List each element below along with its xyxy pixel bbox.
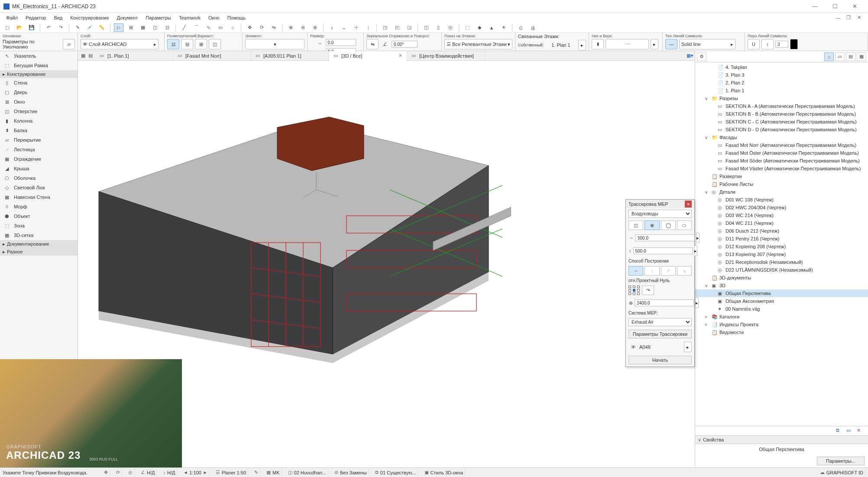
nav-layout-icon[interactable]: ▤ xyxy=(846,52,855,61)
view-tab[interactable]: ▭[1. Plan 1] xyxy=(95,51,173,61)
sb-repl-icon[interactable]: ⊘ xyxy=(334,470,338,475)
width-input[interactable] xyxy=(326,39,356,46)
navigator-tree[interactable]: 📄4. Takplan📄3. Plan 3📄2. Plan 2📄1. Plan … xyxy=(695,62,868,426)
tool-marquee[interactable]: ⬚Бегущая Рамка xyxy=(0,61,78,70)
mep-w-more[interactable]: ▸ xyxy=(696,233,700,243)
nav-item[interactable]: ◎D06 Dusch 212 (Чертеж) xyxy=(695,227,868,235)
nav-publisher-icon[interactable]: ▦ xyxy=(857,52,866,61)
nav-item[interactable]: ▭SEKTION C - C (Автоматически Перестраив… xyxy=(695,118,868,126)
layer-combo[interactable]: 👁 Слой ARCHICAD ▸ xyxy=(81,39,159,49)
mep-shape4[interactable]: ⬭ xyxy=(677,221,692,230)
ruler-icon[interactable]: 📏 xyxy=(97,23,107,32)
nav-item[interactable]: 📋3D-документы xyxy=(695,274,868,282)
menu-window[interactable]: Окно xyxy=(205,14,223,21)
nav-item[interactable]: 📄4. Takplan xyxy=(695,63,868,71)
edge-icon[interactable]: ⟊ xyxy=(363,23,373,32)
nav-item[interactable]: ◎D01 WC 108 (Чертеж) xyxy=(695,196,868,204)
nav-item[interactable]: 📋Ведомости xyxy=(695,328,868,336)
mirror-btn[interactable]: ⇋ xyxy=(366,39,379,49)
print-icon[interactable]: ⎙ xyxy=(516,23,525,32)
mep-width[interactable] xyxy=(635,234,695,241)
view-tab[interactable]: ▭[A305:011 Plan 1] xyxy=(251,51,329,61)
trace-icon[interactable]: ⊡ xyxy=(162,23,172,32)
ltype-combo[interactable]: Solid line ▸ xyxy=(679,39,735,49)
sb-style-icon[interactable]: ▣ xyxy=(424,470,429,475)
tool-Навесная Стена[interactable]: ▦Навесная Стена xyxy=(0,192,78,202)
pick-icon[interactable]: ✎ xyxy=(73,23,82,32)
anchor-grid[interactable] xyxy=(628,286,641,295)
3d-cube-icon[interactable]: ◳ xyxy=(380,23,390,32)
nav-item[interactable]: 📄3. Plan 3 xyxy=(695,71,868,79)
undo-icon[interactable]: ↶ xyxy=(44,23,53,32)
properties-button[interactable]: Параметры... xyxy=(817,457,865,465)
mep-dir-dr[interactable]: ↘ xyxy=(677,266,692,276)
tb-more[interactable]: ▸ xyxy=(651,39,658,49)
nav-item[interactable]: 📋Развертки xyxy=(695,172,868,180)
nav-item[interactable]: ◎D02 HWC 204/304 (Чертеж) xyxy=(695,204,868,211)
nav-item[interactable]: ▭Fasad Mot Väster (Автоматически Перестр… xyxy=(695,165,868,172)
menu-min-icon[interactable]: — xyxy=(834,14,842,21)
tool-Крыша[interactable]: ◢Крыша xyxy=(0,164,78,173)
nav-item[interactable]: 📄2. Plan 2 xyxy=(695,79,868,87)
element-icon[interactable]: ▱ xyxy=(63,39,75,49)
tool-Стена[interactable]: ▯Стена xyxy=(0,78,78,88)
detail-icon[interactable]: ◎ xyxy=(446,23,455,32)
mep-eye-icon[interactable]: 👁 xyxy=(628,343,638,351)
sb-icon3[interactable]: ◎ xyxy=(128,470,133,475)
sb-story-icon[interactable]: ◫ xyxy=(288,470,292,475)
viewaxo-icon[interactable]: ◆ xyxy=(475,23,484,32)
mep-flip-icon[interactable]: ↷ xyxy=(642,286,654,295)
mep-h-more[interactable]: ▸ xyxy=(694,246,697,256)
tool-Перекрытие[interactable]: ▱Перекрытие xyxy=(0,135,78,145)
snap-icon[interactable]: ⊞ xyxy=(126,23,136,32)
tool-Зона[interactable]: ⬚Зона xyxy=(0,221,78,230)
mep-trace-params[interactable]: Параметры Трассировки xyxy=(628,330,692,338)
tabs-icon2[interactable]: ▤ xyxy=(87,52,94,60)
tool-Световой Люк[interactable]: ◇Световой Люк xyxy=(0,183,78,192)
mep-dir-right[interactable]: → xyxy=(628,266,643,276)
spline-icon[interactable]: ∿ xyxy=(204,23,213,32)
render-icon[interactable]: ☀ xyxy=(499,23,508,32)
mep-z[interactable] xyxy=(635,299,694,306)
tool-Лестница[interactable]: ⟋Лестница xyxy=(0,145,78,154)
view3d-icon[interactable]: ⬚ xyxy=(463,23,472,32)
tb-val[interactable]: ⋯ xyxy=(606,39,649,49)
menu-editor[interactable]: Редактор xyxy=(22,14,49,21)
nav-item[interactable]: ▣Общая Аксонометрия xyxy=(695,297,868,305)
tool-Ограждение[interactable]: ▦Ограждение xyxy=(0,154,78,164)
linked-value[interactable]: 1. Plan 1 xyxy=(551,42,570,48)
default-settings[interactable]: Параметры по Умолчанию xyxy=(3,39,61,49)
nav-item[interactable]: ∨📁Разрезы xyxy=(695,94,868,102)
tool-3D-сетка[interactable]: ▩3D-сетка xyxy=(0,230,78,240)
sb-exist-icon[interactable]: ⧉ xyxy=(375,470,379,475)
arc-icon[interactable]: ⌒ xyxy=(191,23,201,32)
ltype-icon[interactable]: — xyxy=(665,39,677,49)
tabs-icon1[interactable]: ▦ xyxy=(80,52,86,60)
nav-item[interactable]: ∨◎Детали xyxy=(695,188,868,196)
geom-opt2[interactable]: ⊟ xyxy=(181,39,193,49)
nav-item[interactable]: ∨▣3D xyxy=(695,282,868,289)
tool-arrow[interactable]: ↖Указатель xyxy=(0,51,78,61)
mep-z-more[interactable]: ▸ xyxy=(695,298,699,308)
nav-item[interactable]: ◎D04 WC 211 (Чертеж) xyxy=(695,219,868,227)
nav-item[interactable]: ◎D11 Pentry 216 (Чертеж) xyxy=(695,235,868,243)
linked-btn[interactable]: ▸ xyxy=(578,40,586,50)
menu-help[interactable]: Помощь xyxy=(224,14,249,21)
mep-height[interactable] xyxy=(633,247,693,254)
tool-Отверстие[interactable]: ◫Отверстие xyxy=(0,107,78,116)
nav-item[interactable]: ◎D13 Kopiering 307 (Чертеж) xyxy=(695,250,868,258)
menu-close-icon[interactable]: ✕ xyxy=(855,14,863,21)
nav-item[interactable]: ◎D21 Receptionsdisk (Независимый) xyxy=(695,258,868,266)
nav-item[interactable]: ▭Fasad Mot Öster (Автоматически Перестра… xyxy=(695,149,868,157)
nav-foot-icon2[interactable]: ▭ xyxy=(846,428,854,435)
pen-input[interactable] xyxy=(775,41,788,48)
new-icon[interactable]: ▢ xyxy=(3,23,12,32)
view-tab[interactable]: ▭[Fasad Mot Norr] xyxy=(173,51,251,61)
view-tab[interactable]: ▭[Центр Взаимодействия] xyxy=(407,51,485,61)
close-button[interactable]: ✕ xyxy=(845,0,865,13)
properties-header[interactable]: ∨Свойства xyxy=(695,435,868,444)
tb-icon[interactable]: ⬍ xyxy=(592,39,604,49)
mep-shape3[interactable]: ◯ xyxy=(661,221,676,230)
distribute-icon[interactable]: ⫠ xyxy=(339,23,349,32)
mep-dir-up[interactable]: ↑ xyxy=(645,266,659,276)
